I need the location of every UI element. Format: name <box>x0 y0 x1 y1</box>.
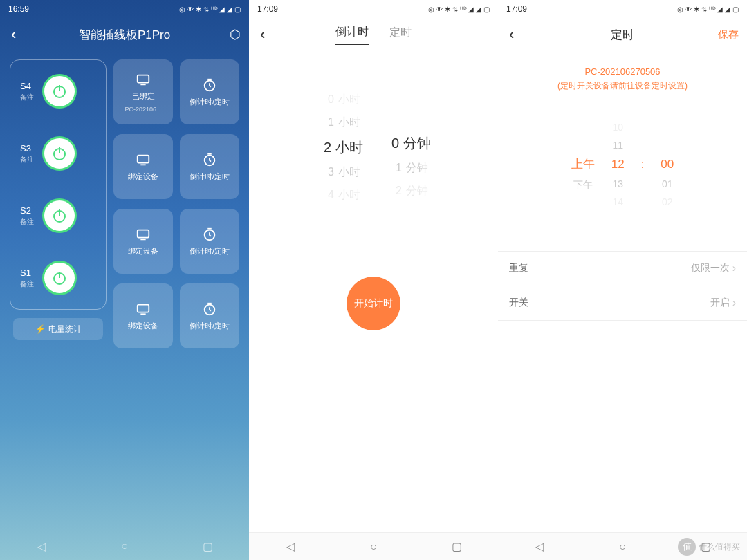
switch-label: S2 <box>20 205 34 216</box>
status-time: 17:09 <box>506 4 527 14</box>
page-title: 定时 <box>611 27 634 43</box>
switch-s4: S4备注 <box>17 74 99 109</box>
hours-column[interactable]: 0小时 1小时 2小时 3小时 4小时 <box>316 93 363 203</box>
tabs: 倒计时 定时 <box>335 18 412 51</box>
notice-subtitle: (定时开关设备请前往设备定时设置) <box>498 80 747 93</box>
status-icons: ◎ 👁 ✱ ⇅ ᴴᴰ ◢ ◢ ▢ <box>677 6 739 13</box>
minutes-column[interactable]: 0分钟 1分钟 2分钟 <box>384 93 431 203</box>
switch-label: S1 <box>20 268 34 278</box>
switch-panel: S4备注 S3备注 S2备注 S1备注 ⚡电量统计 <box>10 59 107 348</box>
nav-recent-icon[interactable]: ▢ <box>201 539 214 553</box>
bind-device-card-2[interactable]: 绑定设备 <box>113 134 173 199</box>
page-title: 智能插线板P1Pro <box>79 27 170 43</box>
clock-icon <box>202 227 217 242</box>
chevron-right-icon: › <box>732 262 736 274</box>
power-button-s1[interactable] <box>42 261 77 295</box>
cards-panel: 已绑定PC-202106... 倒计时/定时 绑定设备 倒计时/定时 绑定设备 … <box>113 59 239 348</box>
switch-sublabel: 备注 <box>20 217 34 227</box>
card-sublabel: PC-202106... <box>124 106 161 113</box>
monitor-icon <box>136 72 151 87</box>
hour-column[interactable]: 10 11 12 13 14 <box>611 122 625 207</box>
nav-back-icon[interactable]: ◁ <box>533 540 546 554</box>
nav-bar: ◁ ○ ▢ <box>249 532 498 560</box>
setting-label: 重复 <box>509 262 528 274</box>
phone-schedule: 17:09 ◎ 👁 ✱ ⇅ ᴴᴰ ◢ ◢ ▢ ‹ 定时 保存 PC-202106… <box>498 0 747 560</box>
header: ‹ 智能插线板P1Pro ⬡ <box>0 18 249 51</box>
setting-label: 开关 <box>509 297 528 309</box>
notice-title: PC-202106270506 <box>498 65 747 80</box>
card-label: 已绑定 <box>132 91 155 102</box>
settings-list: 重复 仅限一次› 开关 开启› <box>498 251 747 321</box>
start-timer-button[interactable]: 开始计时 <box>347 277 400 330</box>
power-button-s2[interactable] <box>42 198 77 233</box>
phone-countdown: 17:09 ◎ 👁 ✱ ⇅ ᴴᴰ ◢ ◢ ▢ ‹ 倒计时 定时 0小时 1小时 … <box>249 0 498 560</box>
switch-label: S4 <box>20 81 34 91</box>
back-icon[interactable]: ‹ <box>257 23 268 46</box>
setting-value: 开启 <box>710 297 730 309</box>
card-label: 倒计时/定时 <box>190 246 230 256</box>
time-picker[interactable]: 0小时 1小时 2小时 3小时 4小时 0分钟 1分钟 2分钟 <box>249 93 498 203</box>
status-bar: 17:09 ◎ 👁 ✱ ⇅ ᴴᴰ ◢ ◢ ▢ <box>498 0 747 18</box>
card-label: 倒计时/定时 <box>190 171 230 182</box>
nav-back-icon[interactable]: ◁ <box>284 540 297 554</box>
timer-card-4[interactable]: 倒计时/定时 <box>180 283 239 348</box>
bind-device-card-1[interactable]: 已绑定PC-202106... <box>113 59 173 124</box>
svg-rect-17 <box>138 304 149 312</box>
status-icons: ◎ 👁 ✱ ⇅ ᴴᴰ ◢ ◢ ▢ <box>428 6 490 13</box>
ampm-column[interactable]: . . 上午 下午 . <box>571 120 595 209</box>
power-stats-button[interactable]: ⚡电量统计 <box>13 318 103 340</box>
monitor-icon <box>136 227 151 242</box>
card-label: 绑定设备 <box>128 171 158 182</box>
watermark: 值 什么值得买 <box>678 538 740 556</box>
card-label: 绑定设备 <box>128 246 158 256</box>
status-bar: 16:59 ◎ 👁 ✱ ⇅ ᴴᴰ ◢ ◢ ▢ <box>0 0 249 18</box>
nav-home-icon[interactable]: ○ <box>367 540 380 554</box>
nav-home-icon[interactable]: ○ <box>616 540 629 554</box>
switch-setting[interactable]: 开关 开启› <box>498 286 747 321</box>
setting-value: 仅限一次 <box>691 262 730 274</box>
header: ‹ 定时 保存 <box>498 18 747 51</box>
stats-label: 电量统计 <box>48 324 82 335</box>
nav-home-icon[interactable]: ○ <box>118 539 131 553</box>
time-picker[interactable]: . . 上午 下午 . 10 11 12 13 14 : . . 00 01 0… <box>498 120 747 209</box>
header: ‹ 倒计时 定时 <box>249 18 498 51</box>
bind-device-card-4[interactable]: 绑定设备 <box>113 283 173 348</box>
timer-card-1[interactable]: 倒计时/定时 <box>180 59 239 124</box>
clock-icon <box>202 77 217 93</box>
svg-rect-8 <box>138 75 149 82</box>
timer-card-3[interactable]: 倒计时/定时 <box>180 209 239 274</box>
status-icons: ◎ 👁 ✱ ⇅ ᴴᴰ ◢ ◢ ▢ <box>179 6 241 13</box>
nav-recent-icon[interactable]: ▢ <box>450 540 463 554</box>
monitor-icon <box>136 152 151 167</box>
watermark-badge: 值 <box>678 538 696 556</box>
switch-s1: S1备注 <box>17 261 99 295</box>
power-button-s3[interactable] <box>42 136 77 171</box>
tab-schedule[interactable]: 定时 <box>389 26 412 44</box>
phone-smart-strip: 16:59 ◎ 👁 ✱ ⇅ ᴴᴰ ◢ ◢ ▢ ‹ 智能插线板P1Pro ⬡ S4… <box>0 0 249 560</box>
repeat-setting[interactable]: 重复 仅限一次› <box>498 252 747 286</box>
minute-column[interactable]: . . 00 01 02 <box>661 122 674 207</box>
nav-back-icon[interactable]: ◁ <box>35 539 48 553</box>
tab-countdown[interactable]: 倒计时 <box>335 25 369 45</box>
switch-sublabel: 备注 <box>20 279 34 289</box>
back-icon[interactable]: ‹ <box>506 23 517 46</box>
svg-rect-11 <box>138 155 149 162</box>
settings-icon[interactable]: ⬡ <box>230 27 241 42</box>
switch-label: S3 <box>20 143 34 153</box>
status-time: 17:09 <box>257 4 278 14</box>
status-time: 16:59 <box>8 4 29 14</box>
card-label: 绑定设备 <box>128 321 158 331</box>
chevron-right-icon: › <box>732 297 736 309</box>
bind-device-card-3[interactable]: 绑定设备 <box>113 209 173 274</box>
bolt-icon: ⚡ <box>35 324 46 334</box>
switch-s3: S3备注 <box>17 136 99 171</box>
timer-card-2[interactable]: 倒计时/定时 <box>180 134 239 199</box>
switch-sublabel: 备注 <box>20 155 34 165</box>
nav-bar: ◁ ○ ▢ <box>0 532 249 560</box>
save-button[interactable]: 保存 <box>718 28 739 41</box>
watermark-text: 什么值得买 <box>699 541 740 553</box>
card-label: 倒计时/定时 <box>190 321 230 331</box>
device-notice: PC-202106270506 (定时开关设备请前往设备定时设置) <box>498 65 747 93</box>
power-button-s4[interactable] <box>42 74 77 109</box>
back-icon[interactable]: ‹ <box>8 23 19 46</box>
